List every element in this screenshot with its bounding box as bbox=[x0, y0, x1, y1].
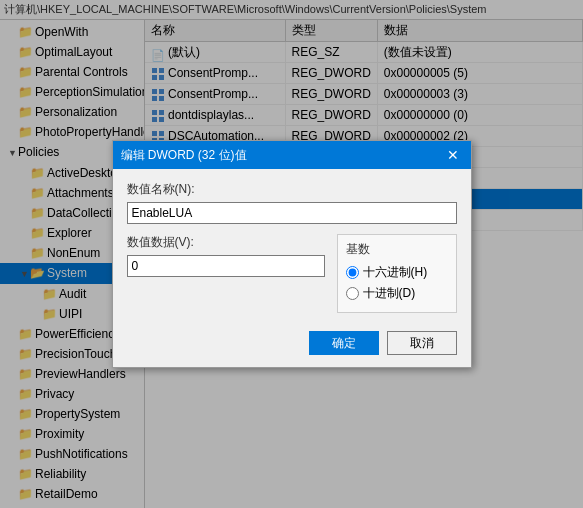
base-label: 基数 bbox=[346, 241, 448, 258]
dialog-footer: 确定 取消 bbox=[113, 323, 471, 367]
dialog-close-button[interactable]: ✕ bbox=[443, 145, 463, 165]
edit-dword-dialog: 编辑 DWORD (32 位)值 ✕ 数值名称(N): 数值数据(V): 基数 … bbox=[112, 140, 472, 368]
hex-radio[interactable] bbox=[346, 266, 359, 279]
modal-overlay: 编辑 DWORD (32 位)值 ✕ 数值名称(N): 数值数据(V): 基数 … bbox=[0, 0, 583, 508]
value-section: 数值数据(V): bbox=[127, 234, 325, 277]
hex-radio-text: 十六进制(H) bbox=[363, 264, 428, 281]
dec-radio-text: 十进制(D) bbox=[363, 285, 416, 302]
cancel-button[interactable]: 取消 bbox=[387, 331, 457, 355]
data-row: 数值数据(V): 基数 十六进制(H) 十进制(D) bbox=[127, 234, 457, 313]
dialog-body: 数值名称(N): 数值数据(V): 基数 十六进制(H) 十进制(D) bbox=[113, 169, 471, 323]
dec-radio[interactable] bbox=[346, 287, 359, 300]
dialog-titlebar: 编辑 DWORD (32 位)值 ✕ bbox=[113, 141, 471, 169]
data-label: 数值数据(V): bbox=[127, 234, 325, 251]
hex-radio-label[interactable]: 十六进制(H) bbox=[346, 264, 448, 281]
name-input[interactable] bbox=[127, 202, 457, 224]
dialog-title: 编辑 DWORD (32 位)值 bbox=[121, 147, 247, 164]
dec-radio-label[interactable]: 十进制(D) bbox=[346, 285, 448, 302]
base-section: 基数 十六进制(H) 十进制(D) bbox=[337, 234, 457, 313]
name-label: 数值名称(N): bbox=[127, 181, 457, 198]
ok-button[interactable]: 确定 bbox=[309, 331, 379, 355]
value-input[interactable] bbox=[127, 255, 325, 277]
